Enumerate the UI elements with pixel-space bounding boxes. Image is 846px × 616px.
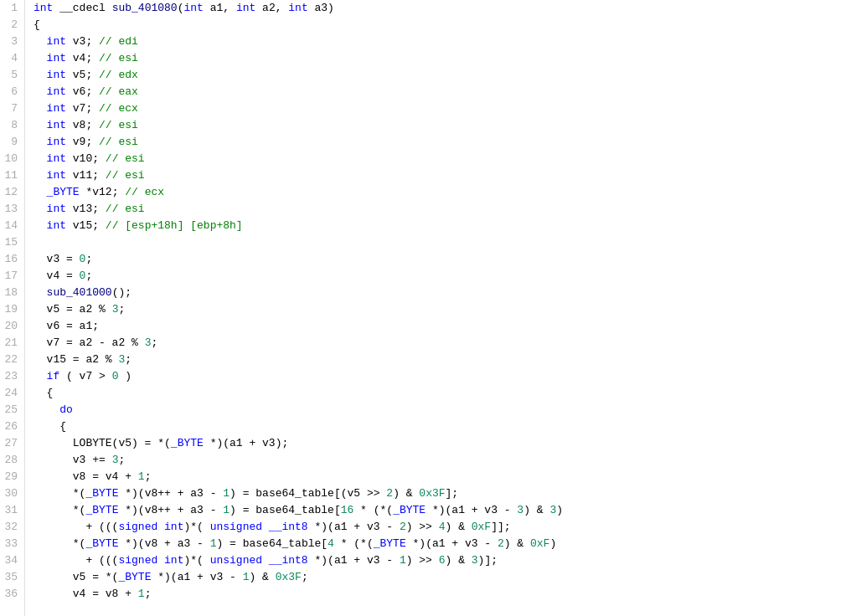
token-nm: ;	[85, 270, 92, 282]
code-line: int v6; // eax	[34, 84, 846, 100]
line-number: 35	[3, 569, 18, 586]
token-kw: int	[47, 69, 66, 81]
token-kw: int	[34, 2, 53, 14]
token-nm: {	[34, 18, 40, 31]
token-kw: _BYTE	[393, 504, 426, 516]
token-lit: 6	[439, 554, 446, 567]
line-number: 13	[3, 201, 18, 218]
token-kw: int	[47, 119, 66, 131]
token-kw: unsigned __int8	[210, 521, 308, 533]
token-lit: 0xF	[472, 521, 491, 533]
token-nm: *)(a1 + v3 -	[406, 537, 498, 550]
line-number: 20	[3, 318, 18, 335]
token-nm: )*(	[183, 554, 209, 567]
line-number: 10	[3, 151, 18, 167]
token-nm: *(	[34, 504, 85, 516]
token-nm	[34, 286, 47, 299]
code-line: sub_401000();	[34, 285, 846, 301]
token-nm: v8;	[66, 119, 99, 131]
code-line: int v4; // esi	[34, 50, 846, 67]
token-nm	[34, 102, 47, 115]
code-line: *(_BYTE *)(v8++ + a3 - 1) = base64_table…	[34, 502, 846, 519]
line-number: 9	[3, 134, 18, 151]
token-kw: _BYTE	[85, 487, 118, 500]
token-nm: ) = base64_table[(v5 >>	[230, 487, 386, 500]
token-nm: ) >>	[406, 554, 439, 567]
token-nm	[34, 203, 47, 215]
token-nm: v4;	[66, 52, 99, 64]
token-kw: signed int	[118, 521, 183, 533]
token-nm: v10;	[66, 152, 106, 165]
token-nm: )];	[478, 554, 498, 567]
line-number: 6	[3, 84, 18, 100]
line-number: 18	[3, 285, 18, 301]
token-cm: // edx	[99, 69, 138, 81]
token-nm: v7;	[66, 102, 99, 115]
token-lit: 2	[386, 487, 393, 500]
line-number: 31	[3, 502, 18, 519]
token-kw: _BYTE	[85, 504, 118, 516]
code-content: int __cdecl sub_401080(int a1, int a2, i…	[25, 0, 846, 616]
token-nm: * (*(	[353, 504, 393, 516]
token-cm: // esi	[99, 136, 138, 148]
token-kw: unsigned __int8	[210, 554, 308, 567]
token-nm: + (((	[34, 521, 118, 533]
line-number: 16	[3, 251, 18, 268]
token-nm: * (*(	[334, 537, 374, 550]
token-kw: _BYTE	[374, 537, 406, 550]
code-line: v3 = 0;	[34, 251, 846, 268]
line-number: 24	[3, 385, 18, 402]
line-number: 17	[3, 268, 18, 285]
token-nm: v15;	[66, 219, 106, 232]
token-kw: int	[47, 136, 66, 148]
token-kw: int	[47, 219, 66, 232]
line-number: 12	[3, 184, 18, 201]
token-nm: v5;	[66, 69, 99, 81]
code-line: int v7; // ecx	[34, 100, 846, 117]
code-line: if ( v7 > 0 )	[34, 368, 846, 385]
token-nm: v3;	[66, 35, 99, 48]
token-cm: // esi	[106, 152, 145, 165]
code-line: int v9; // esi	[34, 134, 846, 151]
code-line: {	[34, 418, 846, 435]
code-line: v7 = a2 - a2 % 3;	[34, 335, 846, 352]
token-nm: *)(v8 + a3 -	[118, 537, 209, 550]
token-lit: 1	[223, 487, 230, 500]
line-number: 32	[3, 519, 18, 536]
code-line: LOBYTE(v5) = *(_BYTE *)(a1 + v3);	[34, 435, 846, 452]
token-kw: _BYTE	[118, 571, 151, 583]
code-line: v6 = a1;	[34, 318, 846, 335]
code-line	[34, 234, 846, 251]
line-number: 26	[3, 418, 18, 435]
token-nm: __cdecl	[53, 2, 111, 14]
line-number: 2	[3, 17, 18, 33]
line-number: 14	[3, 218, 18, 234]
token-nm: a2,	[255, 2, 288, 14]
token-nm: {	[34, 420, 66, 433]
line-number: 22	[3, 352, 18, 368]
token-kw: int	[47, 52, 66, 64]
code-line: int v3; // edi	[34, 33, 846, 50]
code-line: v4 = 0;	[34, 268, 846, 285]
token-lit: 16	[341, 504, 354, 516]
code-line: int v15; // [esp+18h] [ebp+8h]	[34, 218, 846, 234]
token-nm: v11;	[66, 169, 106, 182]
token-kw: _BYTE	[85, 537, 118, 550]
token-nm: {	[34, 387, 53, 399]
code-line: v8 = v4 + 1;	[34, 469, 846, 485]
code-line: *(_BYTE *)(v8++ + a3 - 1) = base64_table…	[34, 485, 846, 502]
token-kw: if	[47, 370, 60, 382]
line-number: 34	[3, 552, 18, 569]
token-fn: sub_401000	[47, 286, 112, 299]
code-line: + (((signed int)*( unsigned __int8 *)(a1…	[34, 519, 846, 536]
token-nm: *v12;	[80, 186, 126, 198]
token-kw: int	[47, 203, 66, 215]
token-nm: *)(v8++ + a3 -	[118, 487, 223, 500]
code-line: v5 = a2 % 3;	[34, 301, 846, 318]
token-nm	[34, 403, 59, 416]
code-line: int v8; // esi	[34, 117, 846, 134]
line-number: 21	[3, 335, 18, 352]
code-view: 1234567891011121314151617181920212223242…	[0, 0, 846, 616]
token-nm	[34, 35, 47, 48]
token-nm: )	[118, 370, 132, 382]
